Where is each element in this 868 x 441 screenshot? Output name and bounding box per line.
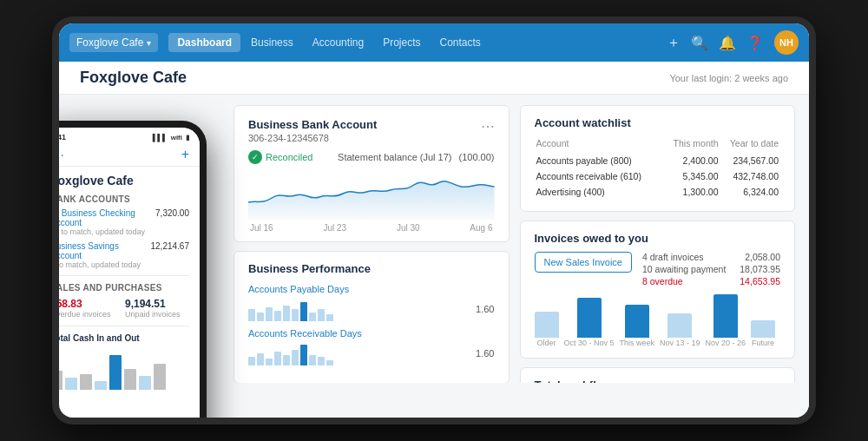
- tablet-screen: Foxglove Cafe ▾ Dashboard Business Accou…: [59, 23, 809, 418]
- bank-card-menu-icon[interactable]: ⋯: [481, 118, 495, 135]
- inv-bar-nov20: Nov 20 - 26: [706, 294, 746, 347]
- nav-link-dashboard[interactable]: Dashboard: [168, 33, 240, 52]
- phone-bar-4: [95, 381, 107, 390]
- inv-bar-older-bar: [535, 312, 559, 338]
- phone-bar-3: [80, 374, 92, 390]
- phone-frame: 9:41 ▌▌▌ wifi ▮ ··· + Foxglove Cafe Bank…: [59, 121, 207, 418]
- page-title: Foxglove Cafe: [80, 69, 187, 87]
- phone-time: 9:41: [59, 133, 66, 142]
- nav-link-contacts[interactable]: Contacts: [431, 33, 490, 52]
- invoice-label-1: 10 awaiting payment: [642, 264, 726, 274]
- perf-bar-1-8: [309, 355, 316, 365]
- inv-label-oct30: Oct 30 - Nov 5: [564, 339, 615, 347]
- perf-bar-1-10: [326, 360, 333, 365]
- perf-bar-0-8: [309, 313, 316, 321]
- inv-label-older: Older: [536, 339, 556, 347]
- bank-account-card: Business Bank Account 306-234-12345678 ⋯…: [233, 105, 510, 242]
- watchlist-account-1: Accounts receivable (610): [536, 169, 663, 183]
- phone-account-row-0: Business Checking Account 12 to match, u…: [59, 206, 200, 239]
- phone-divider-1: [59, 275, 189, 276]
- inv-bar-oct30-bar: [577, 298, 602, 338]
- account-watchlist-card: Account watchlist Account This month Yea…: [520, 105, 796, 212]
- phone-bar-6: [124, 369, 136, 390]
- phone-unpaid-amount: 9,194.51: [125, 298, 189, 310]
- phone-bar-7: [139, 376, 151, 390]
- phone-menu-icon[interactable]: ···: [59, 148, 66, 161]
- phone-sales-item-1: 9,194.51 Unpaid invoices: [125, 298, 189, 319]
- top-nav: Foxglove Cafe ▾ Dashboard Business Accou…: [59, 23, 809, 62]
- phone-account-name-0[interactable]: Business Checking Account: [59, 208, 155, 227]
- chart-date-1: Jul 23: [323, 223, 346, 233]
- page-header: Foxglove Cafe Your last login: 2 weeks a…: [59, 62, 809, 95]
- inv-bar-nov13-bar: [667, 313, 692, 338]
- nav-link-business[interactable]: Business: [242, 33, 302, 52]
- phone-screen: 9:41 ▌▌▌ wifi ▮ ··· + Foxglove Cafe Bank…: [59, 128, 200, 418]
- phone-overdue-amount: 758.83: [59, 298, 115, 310]
- invoice-label-2: 8 overdue: [642, 276, 683, 286]
- perf-bar-0-9: [318, 309, 325, 321]
- perf-bar-1-9: [318, 357, 325, 365]
- perf-bar-1-1: [248, 357, 255, 365]
- watchlist-col-account: Account: [536, 138, 663, 152]
- avatar[interactable]: NH: [774, 30, 799, 55]
- statement-amount: (100.00): [459, 152, 495, 162]
- watchlist-col-thismonth: This month: [664, 138, 718, 152]
- perf-bar-0-5: [283, 306, 290, 321]
- phone-account-sub-1: 4 to match, updated today: [59, 260, 151, 269]
- perf-bar-0-3: [266, 307, 273, 321]
- perf-bar-1-7: [300, 345, 307, 365]
- inv-bar-nov13: Nov 13 - 19: [660, 313, 700, 347]
- invoice-row-1: 10 awaiting payment 18,073.95: [642, 264, 780, 274]
- help-icon[interactable]: ❓: [746, 35, 764, 51]
- phone-cash-section-title: Total Cash In and Out: [59, 333, 189, 343]
- phone-mini-chart: [59, 346, 189, 390]
- perf-bar-1-2: [257, 353, 264, 365]
- chart-date-0: Jul 16: [250, 223, 273, 233]
- inv-label-thisweek: This week: [620, 339, 655, 347]
- signal-icon: ▌▌▌: [153, 134, 168, 142]
- bank-chart-svg: [248, 168, 495, 220]
- phone-add-icon[interactable]: +: [181, 147, 189, 162]
- perf-bar-0-4: [274, 311, 281, 321]
- invoice-amount-0: 2,058.00: [745, 252, 780, 262]
- tablet-frame: Foxglove Cafe ▾ Dashboard Business Accou…: [52, 16, 816, 425]
- phone-bank-section-title: Bank Accounts: [59, 191, 200, 206]
- perf-label-1[interactable]: Accounts Receivable Days: [248, 328, 495, 339]
- new-invoice-button[interactable]: New Sales Invoice: [535, 252, 633, 273]
- org-name-label: Foxglove Cafe: [76, 36, 143, 49]
- statement-balance-row: Statement balance (Jul 17) (100.00): [338, 152, 494, 162]
- cashflow-title: Total cashflow: [535, 378, 781, 383]
- phone-bar-8: [154, 364, 166, 390]
- perf-bars-1: [248, 341, 462, 365]
- perf-row-1: Accounts Receivable Days: [248, 328, 495, 365]
- inv-bar-future-bar: [751, 320, 775, 338]
- phone-total-section: Total Cash In and Out: [59, 330, 200, 392]
- bell-icon[interactable]: 🔔: [719, 35, 736, 51]
- perf-bar-container-0: 1.60: [248, 297, 495, 321]
- watchlist-ytd-2: 6,324.00: [720, 185, 779, 199]
- watchlist-ytd-1: 432,748.00: [720, 169, 779, 183]
- phone-account-amount-0: 7,320.00: [155, 208, 189, 218]
- bank-card-title: Business Bank Account: [248, 118, 377, 131]
- phone-sales-item-0: 758.83 Overdue invoices: [59, 298, 115, 319]
- perf-title: Business Performance: [248, 262, 495, 275]
- phone-org-name: Foxglove Cafe: [59, 167, 200, 191]
- perf-bar-1-6: [292, 350, 299, 365]
- statement-label: Statement balance (Jul 17): [338, 152, 451, 162]
- inv-bar-nov20-bar: [713, 294, 738, 338]
- plus-icon[interactable]: ＋: [667, 34, 681, 52]
- nav-link-projects[interactable]: Projects: [374, 33, 429, 52]
- phone-account-name-1[interactable]: Business Savings Account: [59, 241, 151, 260]
- phone-sales-section-title: Sales and Purchases: [59, 280, 200, 294]
- perf-bar-0-2: [257, 313, 264, 321]
- perf-bar-1-5: [283, 355, 290, 365]
- search-icon[interactable]: 🔍: [691, 35, 708, 51]
- bank-card-header: Business Bank Account 306-234-12345678 ⋯: [248, 118, 495, 143]
- perf-label-0[interactable]: Accounts Payable Days: [248, 284, 495, 294]
- phone-account-row-1: Business Savings Account 4 to match, upd…: [59, 239, 200, 272]
- org-selector[interactable]: Foxglove Cafe ▾: [69, 33, 158, 52]
- phone-account-amount-1: 12,214.67: [151, 241, 190, 251]
- nav-link-accounting[interactable]: Accounting: [304, 33, 372, 52]
- watchlist-thismonth-1: 5,345.00: [664, 169, 718, 183]
- inv-label-nov13: Nov 13 - 19: [660, 339, 700, 347]
